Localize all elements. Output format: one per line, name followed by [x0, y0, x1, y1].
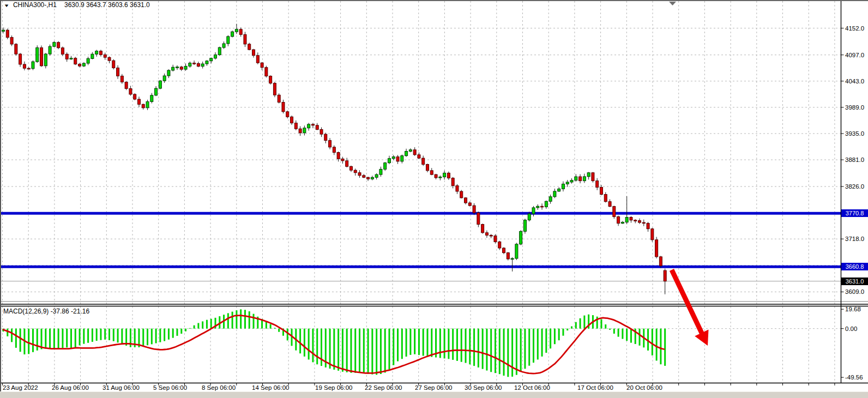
ohlc-quote-readout: 3630.9 3643.7 3603.6 3631.0	[64, 1, 150, 9]
time-tick-label: 19 Sep 06:00	[315, 384, 352, 391]
symbol-dropdown-icon[interactable]: ▼	[3, 3, 9, 8]
symbol-timeframe-label: CHINA300-,H1	[13, 1, 57, 9]
chart-window: ▼CHINA300-,H13630.9 3643.7 3603.6 3631.0…	[0, 0, 868, 398]
time-tick-label: 23 Aug 2022	[3, 384, 38, 391]
price-tick-label: 3881.0	[845, 156, 864, 164]
macd-indicator-label: MACD(12,26,9) -37.86 -21.16	[3, 307, 89, 315]
price-tick-label: 3989.0	[845, 104, 864, 111]
hline-price-badge: 3660.8	[841, 263, 868, 270]
price-tick-label: 4152.0	[845, 25, 864, 32]
time-tick-label: 30 Sep 06:00	[465, 384, 502, 391]
time-tick-label: 26 Aug 06:00	[52, 384, 89, 391]
macd-tick-label: 0.00	[845, 325, 857, 333]
window-status-strip	[0, 391, 868, 398]
macd-tick-label: 19.68	[845, 305, 861, 313]
current-price-badge: 3631.0	[841, 278, 868, 285]
time-tick-label: 17 Oct 06:00	[577, 384, 613, 391]
hline-price-badge: 3770.8	[841, 209, 868, 217]
chart-header: ▼CHINA300-,H13630.9 3643.7 3603.6 3631.0	[4, 1, 150, 9]
time-tick-label: 14 Sep 06:00	[252, 384, 289, 391]
time-tick-label: 27 Sep 06:00	[415, 384, 452, 391]
time-tick-label: 5 Sep 06:00	[153, 384, 187, 391]
price-tick-label: 3826.0	[845, 183, 864, 190]
time-tick-label: 22 Sep 06:00	[365, 384, 402, 391]
time-tick-label: 8 Sep 06:00	[202, 384, 236, 391]
price-chart-area[interactable]	[0, 0, 868, 398]
price-tick-label: 4043.0	[845, 77, 864, 85]
price-tick-label: 3718.0	[845, 235, 864, 243]
time-tick-label: 12 Oct 06:00	[514, 384, 550, 391]
price-tick-label: 4097.0	[845, 51, 864, 59]
price-tick-label: 3935.0	[845, 130, 864, 137]
macd-tick-label: -49.56	[845, 373, 863, 381]
time-tick-label: 31 Aug 06:00	[103, 384, 140, 391]
time-tick-label: 20 Oct 06:00	[626, 384, 662, 391]
price-tick-label: 3609.0	[845, 288, 864, 296]
